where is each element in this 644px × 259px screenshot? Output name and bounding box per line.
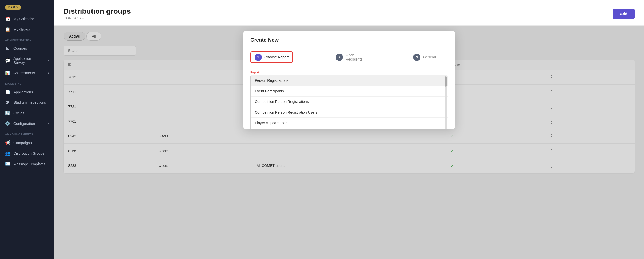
sidebar-item-label: Configuration <box>13 122 35 126</box>
sidebar-item-cycles[interactable]: 🔄 Cycles <box>0 108 54 118</box>
step-divider-1 <box>297 57 332 57</box>
calendar-icon: 📅 <box>5 16 10 21</box>
sidebar-item-distribution-groups[interactable]: 👥 Distribution Groups <box>0 148 54 159</box>
demo-badge: DEMO <box>5 5 21 10</box>
cycles-icon: 🔄 <box>5 110 10 115</box>
assessments-icon: 📊 <box>5 70 10 75</box>
sidebar-item-label: Message Templates <box>13 162 45 166</box>
campaigns-icon: 📢 <box>5 140 10 145</box>
main-body: Active All ID Active 7612 ✓ <box>54 26 644 259</box>
page-header: Distribution groups CONCACAF Add <box>54 0 644 26</box>
add-button[interactable]: Add <box>613 9 635 19</box>
modal-title: Create New <box>243 31 455 47</box>
step-3-circle: 3 <box>413 54 420 61</box>
sidebar-item-label: Cycles <box>13 111 24 115</box>
sidebar-item-configuration[interactable]: ⚙️ Configuration › <box>0 118 54 129</box>
config-icon: ⚙️ <box>5 121 10 126</box>
sidebar-item-label: Courses <box>13 46 27 50</box>
report-option[interactable]: Person Registrations <box>251 75 448 86</box>
sidebar-item-label: Campaigns <box>13 141 32 145</box>
report-dropdown[interactable]: Person RegistrationsEvent ParticipantsCo… <box>250 75 448 129</box>
report-option[interactable]: Team Official Appearances <box>251 128 448 129</box>
step-2: 2 Filter Recipients <box>336 53 370 61</box>
page-subtitle: CONCACAF <box>64 16 131 20</box>
modal-dialog: Create New 1 Choose Report 2 <box>243 31 455 129</box>
report-field-label: Report * <box>250 71 448 74</box>
step-1-label: Choose Report <box>264 55 289 59</box>
sidebar-item-label: Application Surveys <box>13 56 45 65</box>
sidebar-item-assessments[interactable]: 📊 Assessments › <box>0 68 54 78</box>
sidebar-item-label: Stadium Inspections <box>13 100 46 105</box>
sidebar-item-message-templates[interactable]: ✉️ Message Templates <box>0 159 54 169</box>
sidebar-item-my-orders[interactable]: 📋 My Orders <box>0 24 54 35</box>
stadium-icon: 🏟 <box>5 100 10 105</box>
step-1-circle: 1 <box>255 54 262 61</box>
section-licensing: LICENSING <box>0 78 54 87</box>
chevron-right-icon: › <box>48 59 49 62</box>
step-2-label: Filter Recipients <box>346 53 370 61</box>
sidebar-item-application-surveys[interactable]: 💬 Application Surveys › <box>0 54 54 68</box>
step-3: 3 General <box>413 54 448 61</box>
sidebar-item-label: Distribution Groups <box>13 151 44 156</box>
chevron-right-icon: › <box>48 122 49 125</box>
section-announcements: ANNOUNCEMENTS <box>0 129 54 137</box>
scrollbar[interactable] <box>445 76 447 129</box>
sidebar: DEMO 📅 My Calendar 📋 My Orders ADMINISTR… <box>0 0 54 259</box>
step-divider-2 <box>374 57 409 57</box>
report-option[interactable]: Event Participants <box>251 86 448 97</box>
modal-steps: 1 Choose Report 2 Filter Recipients <box>243 47 455 67</box>
report-option[interactable]: Competition Person Registration Users <box>251 107 448 118</box>
page-title: Distribution groups <box>64 7 131 16</box>
surveys-icon: 💬 <box>5 58 10 63</box>
applications-icon: 📄 <box>5 90 10 94</box>
section-administration: ADMINISTRATION <box>0 35 54 43</box>
modal-overlay[interactable]: Create New 1 Choose Report 2 <box>54 26 644 259</box>
step-1-box: 1 Choose Report <box>250 51 293 63</box>
sidebar-item-stadium-inspections[interactable]: 🏟 Stadium Inspections <box>0 97 54 108</box>
sidebar-item-label: Assessments <box>13 71 35 75</box>
sidebar-item-courses[interactable]: 🗓 Courses <box>0 43 54 54</box>
sidebar-item-label: My Calendar <box>13 17 34 21</box>
sidebar-item-label: Applications <box>13 90 33 94</box>
step-3-label: General <box>423 55 436 59</box>
courses-icon: 🗓 <box>5 46 10 51</box>
report-option[interactable]: Player Appearances <box>251 118 448 128</box>
sidebar-item-my-calendar[interactable]: 📅 My Calendar <box>0 13 54 24</box>
chevron-right-icon: › <box>48 71 49 75</box>
sidebar-item-applications[interactable]: 📄 Applications <box>0 87 54 97</box>
sidebar-nav: 📅 My Calendar 📋 My Orders ADMINISTRATION… <box>0 13 54 259</box>
distribution-groups-icon: 👥 <box>5 151 10 156</box>
report-option[interactable]: Competition Person Registrations <box>251 97 448 107</box>
orders-icon: 📋 <box>5 27 10 32</box>
sidebar-item-label: My Orders <box>13 27 30 32</box>
modal-body: Report * Person RegistrationsEvent Parti… <box>243 67 455 129</box>
scrollbar-thumb <box>445 76 447 87</box>
step-2-circle: 2 <box>336 54 343 61</box>
sidebar-logo: DEMO <box>0 0 54 13</box>
sidebar-item-campaigns[interactable]: 📢 Campaigns <box>0 137 54 148</box>
main-content: Distribution groups CONCACAF Add Active … <box>54 0 644 259</box>
message-templates-icon: ✉️ <box>5 161 10 166</box>
